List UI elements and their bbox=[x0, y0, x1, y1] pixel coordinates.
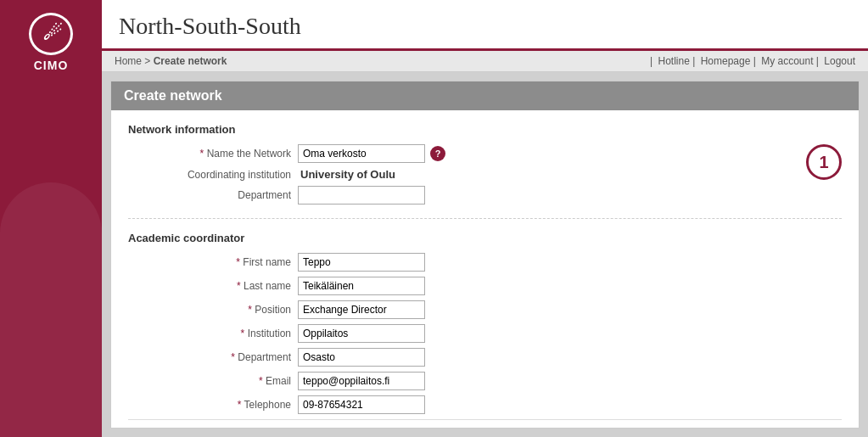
step1-indicator: 1 bbox=[806, 144, 842, 180]
department-input[interactable] bbox=[298, 186, 425, 204]
form-row-email: Email bbox=[128, 372, 842, 390]
telephone-label: Telephone bbox=[128, 399, 298, 411]
form-row-position: Position bbox=[128, 300, 842, 319]
footer-bar: Back 2 Save bbox=[128, 419, 842, 429]
lastname-label: Last name bbox=[128, 280, 298, 292]
form-row-ac-department: Department bbox=[128, 348, 842, 367]
logo-text: CIMO bbox=[34, 59, 69, 72]
form-area: Network information Name the Network ? C… bbox=[111, 110, 859, 429]
ac-department-input[interactable] bbox=[298, 348, 425, 367]
firstname-label: First name bbox=[128, 256, 298, 268]
sidebar: ☄ CIMO bbox=[0, 0, 102, 437]
nav-logout[interactable]: Logout bbox=[824, 55, 855, 67]
form-row-network-name: Name the Network ? bbox=[128, 144, 781, 163]
nav-links: | Hotline | Homepage | My account | Logo… bbox=[650, 55, 855, 67]
breadcrumb: Home > Create network bbox=[115, 55, 227, 67]
app-title: North-South-South bbox=[119, 13, 851, 40]
network-info-section-title: Network information bbox=[128, 123, 842, 136]
network-name-label: Name the Network bbox=[128, 148, 298, 160]
form-row-telephone: Telephone bbox=[128, 395, 842, 414]
sidebar-decoration bbox=[0, 182, 102, 437]
content-area: Create network Network information Name … bbox=[110, 81, 860, 429]
department-label: Department bbox=[128, 189, 298, 201]
form-row-lastname: Last name bbox=[128, 277, 842, 295]
header: North-South-South bbox=[102, 0, 868, 51]
logo-icon: ☄ bbox=[42, 23, 59, 45]
coordinating-institution-label: Coordinating institution bbox=[128, 169, 298, 181]
breadcrumb-current: Create network bbox=[154, 55, 227, 67]
position-label: Position bbox=[128, 304, 298, 316]
page-title: Create network bbox=[111, 81, 859, 110]
breadcrumb-separator: > bbox=[144, 55, 153, 67]
main-area: North-South-South Home > Create network … bbox=[102, 0, 868, 437]
form-row-coordinating: Coordinating institution University of O… bbox=[128, 168, 781, 181]
lastname-input[interactable] bbox=[298, 277, 425, 295]
logo: ☄ CIMO bbox=[21, 13, 81, 72]
network-fields: Name the Network ? Coordinating institut… bbox=[128, 144, 781, 210]
academic-coordinator-section-title: Academic coordinator bbox=[128, 232, 842, 244]
form-row-firstname: First name bbox=[128, 253, 842, 272]
firstname-input[interactable] bbox=[298, 253, 425, 272]
breadcrumb-home[interactable]: Home bbox=[115, 55, 142, 67]
form-row-department: Department bbox=[128, 186, 781, 204]
network-name-input[interactable] bbox=[298, 144, 425, 163]
institution-label: Institution bbox=[128, 328, 298, 339]
coordinating-institution-value: University of Oulu bbox=[298, 168, 395, 181]
email-label: Email bbox=[128, 375, 298, 387]
nav-homepage[interactable]: Homepage bbox=[701, 55, 751, 67]
form-row-institution: Institution bbox=[128, 324, 842, 343]
email-input[interactable] bbox=[298, 372, 425, 390]
institution-input[interactable] bbox=[298, 324, 425, 343]
nav-my-account[interactable]: My account bbox=[761, 55, 813, 67]
nav-hotline[interactable]: Hotline bbox=[658, 55, 689, 67]
section-divider bbox=[128, 218, 842, 219]
position-input[interactable] bbox=[298, 300, 425, 319]
telephone-input[interactable] bbox=[298, 395, 425, 414]
nav-bar: Home > Create network | Hotline | Homepa… bbox=[102, 51, 868, 72]
help-icon[interactable]: ? bbox=[430, 146, 445, 161]
logo-circle: ☄ bbox=[29, 13, 73, 55]
network-info-row: Name the Network ? Coordinating institut… bbox=[128, 144, 842, 210]
ac-department-label: Department bbox=[128, 351, 298, 363]
